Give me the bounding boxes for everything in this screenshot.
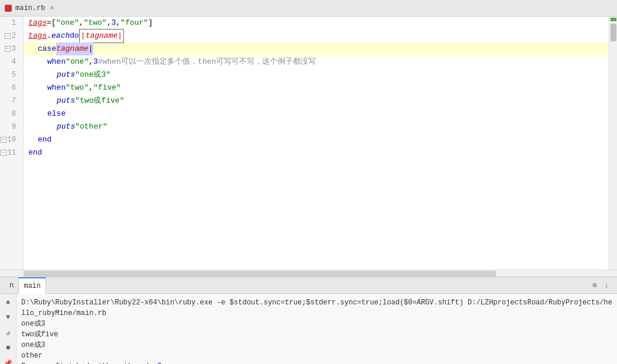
code-line-1: tags=["one", "two", 3, "four"] [24,17,609,29]
line-number-4: 4 [0,55,19,68]
line-number-10: −10 [0,133,19,146]
line-number-9: 9 [0,120,19,133]
code-line-4: when "one", 3 #when可以一次指定多个值，then可写可不写，这… [24,55,609,68]
tab-close-button[interactable]: × [50,5,54,12]
line-number-6: 6 [0,81,19,94]
fold-marker-11[interactable]: − [1,150,6,156]
pin-icon[interactable]: 📌 [2,358,14,364]
fold-marker-10[interactable]: − [1,137,6,143]
console-line-2: two或five [21,329,612,340]
tab-label[interactable]: main.rb [15,4,45,12]
editor-area: 1−2−3456789−10−11 tags=["one", "two", 3,… [0,17,617,270]
code-line-2: tags.each do |tagname| [24,29,609,42]
line-numbers: 1−2−3456789−10−11 [0,17,24,270]
code-line-5: puts "one或3" [24,68,609,81]
console-line-4: other [21,350,612,361]
console-line-6: Process finished with exit code 0 [21,361,612,364]
run-up-icon[interactable]: ▲ [2,296,14,308]
tab-n-label: n [9,277,14,294]
ruby-icon [5,5,12,12]
title-bar: main.rb × [0,0,617,17]
code-line-8: else [24,107,609,120]
code-line-10: end [24,133,609,146]
bottom-tabs-bar: n main ⚙ ↓ [0,277,617,294]
code-line-11: end [24,146,609,159]
line-number-8: 8 [0,107,19,120]
console-line-3: one或3 [21,340,612,350]
console-line-1: one或3 [21,319,612,329]
bottom-left-toolbar: ▲ ▼ ↺ ■ 📌 [0,294,17,364]
code-line-3: case tagname| [24,42,609,55]
code-editor[interactable]: tags=["one", "two", 3, "four"]tags.each … [24,17,609,270]
bottom-panel: n main ⚙ ↓ ▲ ▼ ↺ ■ 📌 D:\Ruby\RubyInstall… [0,277,617,364]
line-number-3: −3 [0,42,19,55]
download-icon[interactable]: ↓ [600,280,612,291]
horizontal-scrollbar[interactable] [0,270,617,277]
scroll-indicator [611,18,616,21]
tab-main[interactable]: main [18,277,46,294]
line-number-5: 5 [0,68,19,81]
code-line-6: when "two", "five" [24,81,609,94]
tab-main-label: main [24,278,41,294]
console-line-0: D:\Ruby\RubyInstaller\Ruby22-x64\bin\rub… [21,297,612,319]
code-line-7: puts "two或five" [24,94,609,107]
console-output: D:\Ruby\RubyInstaller\Ruby22-x64\bin\rub… [17,294,617,364]
fold-marker-2[interactable]: − [5,33,11,39]
line-number-7: 7 [0,94,19,107]
vertical-scrollbar[interactable] [609,17,617,270]
fold-marker-3[interactable]: − [5,46,11,52]
gear-icon[interactable]: ⚙ [589,280,600,291]
scroll-thumb[interactable] [611,24,616,41]
h-scroll-thumb[interactable] [24,271,496,277]
line-number-1: 1 [0,17,19,29]
stop-icon[interactable]: ■ [2,342,14,354]
bottom-panel-content: ▲ ▼ ↺ ■ 📌 D:\Ruby\RubyInstaller\Ruby22-x… [0,294,617,364]
run-down-icon[interactable]: ▼ [2,311,14,323]
line-number-11: −11 [0,146,19,159]
tab-n[interactable]: n [5,277,18,294]
restart-icon[interactable]: ↺ [2,327,14,339]
code-line-9: puts "other" [24,120,609,133]
line-number-2: −2 [0,29,19,42]
